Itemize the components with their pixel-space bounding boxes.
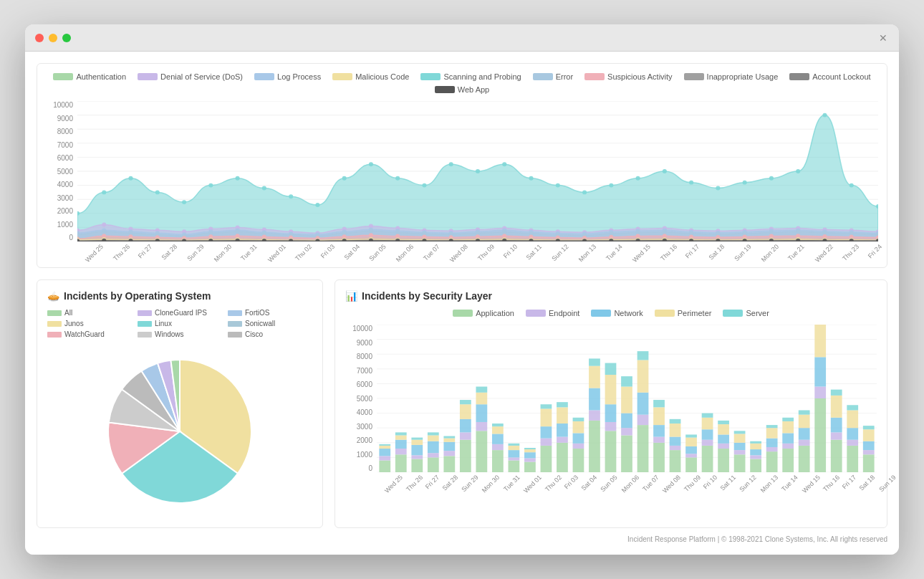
- legend-item: Error: [533, 72, 573, 81]
- bar-segment: [685, 446, 697, 454]
- yaxis-label: 10000: [46, 101, 76, 109]
- bar-segment: [460, 432, 471, 439]
- bar-segment: [670, 437, 681, 446]
- bar-segment: [573, 421, 584, 433]
- bar-yaxis-label: 1000: [345, 451, 375, 459]
- pie-legend-item: Cisco: [228, 330, 312, 338]
- xaxis-label: Thu 02: [294, 243, 319, 268]
- xaxis-label: Sat 18: [707, 243, 731, 267]
- svg-point-32: [636, 176, 640, 181]
- bar-segment: [718, 449, 729, 472]
- svg-point-40: [850, 183, 854, 188]
- minimize-button[interactable]: [49, 34, 57, 42]
- bar-legend-label: Endpoint: [549, 309, 579, 317]
- pie-legend-label: WatchGuard: [64, 330, 105, 338]
- pie-legend-item: Windows: [138, 330, 222, 338]
- bar-xaxis-label: Sun 19: [877, 474, 899, 499]
- bar-segment: [799, 410, 810, 414]
- yaxis-label: 2000: [46, 207, 76, 215]
- bar-xaxis-label: Sun 12: [738, 474, 764, 499]
- pie-legend-label: CloneGuard IPS: [155, 309, 207, 317]
- pie-legend-color: [228, 310, 242, 316]
- bar-segment: [379, 446, 390, 449]
- svg-point-20: [315, 203, 319, 207]
- bar-segment: [460, 419, 471, 433]
- bar-segment: [621, 387, 632, 413]
- legend-label: Account Lockout: [812, 72, 870, 81]
- bar-segment: [443, 451, 455, 456]
- svg-point-132: [822, 231, 827, 235]
- bar-segment: [766, 439, 778, 447]
- bar-segment: [847, 428, 858, 439]
- maximize-button[interactable]: [62, 34, 71, 42]
- top-chart-yaxis: 0100020003000400050006000700080009000100…: [46, 101, 76, 241]
- svg-point-172: [236, 234, 240, 238]
- xaxis-label: Tue 31: [239, 243, 264, 268]
- bar-segment: [428, 432, 439, 435]
- bar-segment: [750, 459, 761, 472]
- bar-yaxis-label: 6000: [345, 381, 375, 388]
- bar-legend-color: [655, 310, 675, 317]
- bar-xaxis-label: Tue 14: [780, 474, 805, 499]
- svg-point-182: [502, 234, 506, 238]
- bar-segment: [541, 446, 552, 472]
- pie-legend-label: Sonicwall: [245, 320, 275, 327]
- legend-color: [435, 86, 455, 93]
- bar-segment: [428, 441, 439, 453]
- bar-segment: [718, 421, 729, 424]
- bar-segment: [428, 457, 439, 472]
- legend-label: Scanning and Probing: [443, 72, 521, 81]
- xaxis-label: Fri 10: [501, 243, 524, 266]
- bar-area: [377, 325, 877, 472]
- bar-yaxis-label: 10000: [345, 325, 375, 332]
- bar-segment: [476, 393, 487, 404]
- svg-point-110: [236, 229, 240, 234]
- bar-segment: [589, 421, 600, 472]
- bar-segment: [509, 446, 520, 450]
- bar-segment: [411, 445, 423, 455]
- svg-point-13: [128, 176, 133, 181]
- main-content: AuthenticationDenial of Service (DoS)Log…: [25, 52, 899, 555]
- bar-segment: [637, 393, 649, 415]
- svg-point-12: [102, 190, 106, 194]
- xaxis-label: Fri 03: [319, 243, 342, 266]
- bar-segment: [831, 396, 842, 418]
- pie-legend-label: Junos: [64, 320, 84, 327]
- svg-point-24: [422, 183, 426, 188]
- bar-xaxis: Wed 25Thu 26Fri 27Sat 28Sun 29Mon 30Tue …: [377, 474, 877, 489]
- pie-legend-item: WatchGuard: [47, 330, 132, 338]
- svg-point-15: [182, 200, 186, 204]
- svg-point-34: [689, 181, 693, 185]
- svg-point-30: [582, 190, 587, 194]
- bar-segment: [621, 376, 632, 386]
- yaxis-label: 7000: [46, 141, 76, 149]
- bar-segment: [524, 458, 536, 461]
- close-icon[interactable]: ✕: [879, 32, 887, 44]
- close-button[interactable]: [35, 34, 44, 42]
- legend-item: Suspicious Activity: [584, 72, 672, 81]
- legend-label: Error: [556, 72, 573, 81]
- bar-segment: [637, 360, 649, 392]
- bar-segment: [685, 438, 697, 446]
- bar-segment: [573, 433, 584, 443]
- svg-point-23: [395, 176, 400, 181]
- bar-segment: [573, 418, 584, 421]
- bar-segment: [621, 436, 632, 473]
- bar-segment: [750, 449, 761, 455]
- pie-legend-color: [138, 321, 152, 327]
- bar-segment: [492, 426, 504, 434]
- svg-point-105: [102, 229, 106, 234]
- xaxis-label: Thu 16: [659, 243, 684, 268]
- bar-legend-label: Application: [476, 309, 514, 317]
- bar-segment: [718, 444, 729, 449]
- bar-segment: [653, 425, 665, 436]
- bar-segment: [685, 457, 697, 472]
- pie-legend-color: [47, 310, 62, 316]
- svg-point-17: [236, 176, 240, 181]
- pie-legend-item: Sonicwall: [228, 320, 312, 327]
- bar-segment: [863, 429, 875, 441]
- bar-segment: [637, 351, 649, 360]
- bar-segment: [492, 450, 504, 472]
- xaxis-label: Wed 15: [631, 243, 658, 269]
- yaxis-label: 8000: [46, 128, 76, 135]
